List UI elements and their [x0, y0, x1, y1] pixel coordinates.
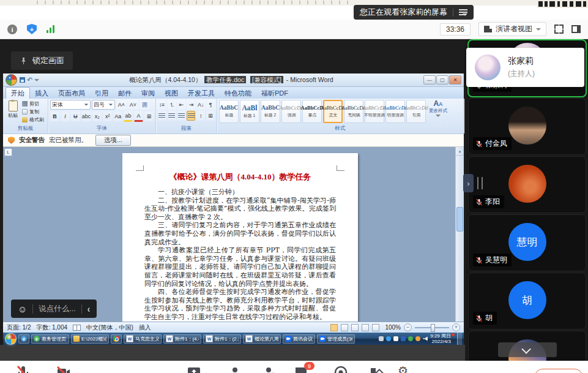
style-chip[interactable]: AaBbCcD要点: [302, 100, 322, 123]
security-options-button[interactable]: 选项...: [95, 135, 131, 146]
taskbar-item[interactable]: W附件1：(2.2..: [203, 334, 241, 344]
ribbon-tab[interactable]: 开始: [6, 87, 30, 99]
align-left-button[interactable]: [158, 111, 166, 121]
share-screen-icon[interactable]: [187, 365, 201, 373]
start-button[interactable]: [5, 333, 17, 345]
bullets-button[interactable]: ⁝≡: [158, 100, 166, 110]
sort-button[interactable]: A↓: [196, 100, 205, 110]
lock-screen-button[interactable]: 锁定画面: [11, 51, 73, 70]
style-chip[interactable]: AaBbC标题 2: [261, 100, 280, 123]
font-format-button[interactable]: A: [134, 111, 143, 122]
style-chip[interactable]: AaBbCcDd正文: [323, 100, 343, 123]
taskbar-item[interactable]: e教务管理页面..: [31, 334, 69, 344]
tray-icon[interactable]: [393, 336, 398, 341]
style-chip[interactable]: AaBbCcDd明显强调: [385, 100, 405, 123]
paste-button[interactable]: 粘贴: [5, 100, 21, 119]
line-spacing-button[interactable]: ↕: [196, 111, 205, 121]
ribbon-tab[interactable]: 邮件: [113, 88, 136, 99]
banner-menu-icon[interactable]: [459, 9, 467, 16]
font-format-button[interactable]: x₂: [92, 111, 102, 121]
close-button[interactable]: ✕: [449, 75, 461, 85]
view-web-button[interactable]: [351, 324, 359, 331]
apps-icon[interactable]: [369, 365, 384, 373]
record-icon[interactable]: [333, 365, 348, 373]
borders-button[interactable]: ⊞: [206, 111, 215, 121]
document-page[interactable]: 《概论》课第八周（4.04-4.10）教学任务 一、抗疫小课堂（三分钟）二、按教…: [122, 153, 358, 322]
numbering-button[interactable]: ⒈: [168, 100, 176, 110]
tray-icon[interactable]: [415, 336, 420, 341]
ribbon-tab[interactable]: 开发工具: [183, 88, 220, 99]
sidebar-collapse-handle[interactable]: ›: [463, 174, 474, 192]
chat-quick-bar[interactable]: ☺ 说点什么... ‹: [11, 300, 97, 318]
minimize-button[interactable]: —: [423, 75, 436, 85]
align-center-button[interactable]: [168, 111, 176, 121]
change-styles-button[interactable]: AA 更改样式: [427, 100, 449, 117]
office-button[interactable]: [6, 74, 17, 86]
shrink-font-button[interactable]: A˅: [128, 100, 138, 110]
camera-muted-icon[interactable]: [56, 365, 71, 373]
sidebar-resize-grip[interactable]: [477, 177, 483, 189]
zoom-slider-thumb[interactable]: [431, 324, 435, 332]
taskbar-item[interactable]: 管理成员(36): [317, 334, 355, 344]
scroll-participants-button[interactable]: [498, 342, 557, 357]
outdent-button[interactable]: ⇤: [177, 100, 186, 110]
format-painter-button[interactable]: 格式刷: [22, 116, 44, 123]
member-manage-icon[interactable]: [262, 365, 277, 373]
style-chip[interactable]: AaBbCcDd强调: [281, 100, 301, 123]
tray-icon[interactable]: [401, 336, 406, 341]
taskbar-item[interactable]: W马克思主义学..: [124, 334, 162, 344]
undo-icon[interactable]: ↶: [27, 77, 32, 83]
network-signal-icon[interactable]: [47, 25, 54, 33]
vertical-scrollbar[interactable]: ▲: [455, 147, 464, 322]
view-draft-button[interactable]: [372, 324, 379, 331]
ribbon-tab[interactable]: 审阅: [136, 88, 160, 99]
participant-tile[interactable]: 付金凤: [469, 99, 586, 154]
speaker-icon[interactable]: [423, 336, 428, 341]
tab-stop-selector[interactable]: L: [4, 148, 12, 156]
qat-dropdown-icon[interactable]: [34, 79, 39, 81]
show-desktop-button[interactable]: [457, 333, 462, 345]
font-name-combobox[interactable]: 宋体: [50, 100, 91, 110]
zoom-out-button[interactable]: −: [404, 323, 412, 331]
participant-tile[interactable]: 李阳: [469, 157, 586, 213]
align-right-button[interactable]: [177, 111, 186, 121]
pilcrow-button[interactable]: ¶: [206, 100, 215, 110]
style-chip[interactable]: AaBbCcDd引用: [406, 100, 426, 123]
zoom-in-button[interactable]: +: [452, 323, 460, 331]
taskbar-clock[interactable]: 9:29 周日 2022/4/3: [430, 333, 455, 344]
clear-format-button[interactable]: 囲: [140, 100, 150, 110]
maximize-button[interactable]: ▢: [436, 75, 448, 85]
end-meeting-button[interactable]: [534, 369, 583, 373]
taskbar-item[interactable]: W附件1：(4.4..: [163, 334, 201, 344]
ribbon-tab[interactable]: 引用: [90, 88, 113, 99]
participant-tile[interactable]: [469, 331, 586, 361]
info-icon[interactable]: i: [7, 24, 17, 34]
view-print-layout-button[interactable]: [330, 324, 338, 331]
taskbar-item[interactable]: [111, 334, 122, 344]
emoji-icon[interactable]: ☺: [18, 304, 27, 314]
members-icon[interactable]: [228, 365, 242, 373]
view-mode-button[interactable]: 演讲者视图: [478, 22, 546, 36]
font-format-button[interactable]: ⊞: [144, 111, 154, 121]
style-chip[interactable]: AaBbCcDd不明显强调: [365, 100, 384, 123]
ribbon-tab[interactable]: 插入: [30, 88, 53, 99]
font-format-button[interactable]: abc: [81, 111, 92, 121]
mic-muted-icon[interactable]: [16, 365, 31, 373]
indent-button[interactable]: ⇥: [187, 100, 195, 110]
taskbar-item[interactable]: E:\2022概论..: [71, 334, 109, 344]
side-panel-icon[interactable]: [571, 25, 581, 33]
style-chip[interactable]: AaBbCcDd无间隔: [344, 100, 363, 123]
settings-gear-icon[interactable]: ⚙: [398, 365, 412, 373]
ribbon-tab[interactable]: 视图: [160, 88, 183, 99]
tray-icon[interactable]: [386, 336, 391, 341]
font-format-button[interactable]: Aa: [113, 111, 122, 121]
tray-icon[interactable]: [379, 336, 384, 341]
font-format-button[interactable]: I: [61, 111, 70, 121]
font-format-button[interactable]: ab: [124, 111, 133, 122]
scrollbar-thumb[interactable]: [456, 207, 463, 232]
chat-input-placeholder[interactable]: 说点什么...: [39, 304, 75, 314]
font-format-button[interactable]: B: [50, 111, 59, 121]
save-icon[interactable]: [20, 77, 25, 83]
font-format-button[interactable]: U: [71, 111, 80, 121]
view-outline-button[interactable]: [362, 324, 369, 331]
